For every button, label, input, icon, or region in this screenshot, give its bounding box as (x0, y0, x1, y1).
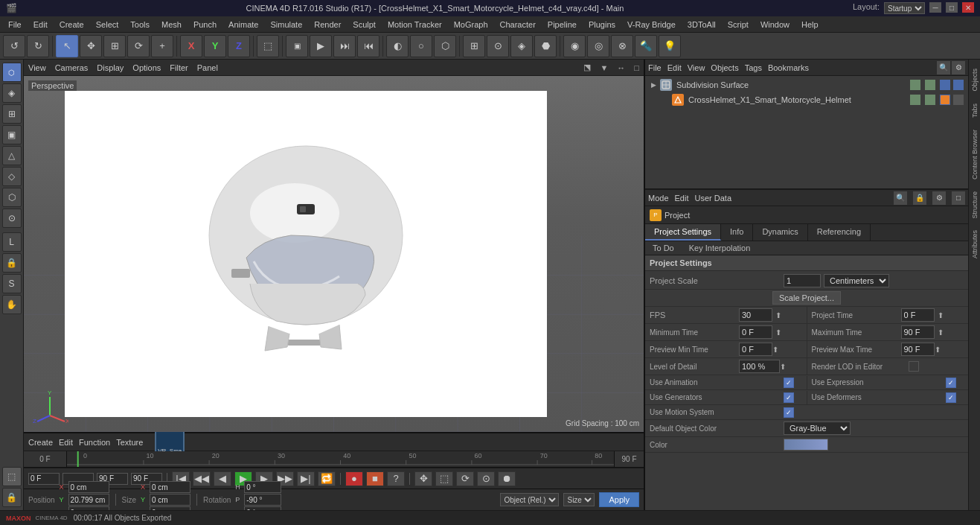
use-expr-checkbox[interactable]: ✓ (946, 378, 956, 388)
size-y-input[interactable] (150, 494, 190, 506)
left-tool-9[interactable]: L (2, 232, 22, 252)
viewport-menu-view[interactable]: View (28, 63, 46, 72)
scale-tool-button[interactable]: ⊞ (103, 35, 126, 57)
default-color-dropdown[interactable]: Gray-Blue Gray Custom (784, 421, 851, 435)
preview-max-stepper[interactable]: ⬆ (935, 346, 947, 354)
sky-button[interactable]: ⬣ (534, 35, 557, 57)
menu-3dtoall[interactable]: 3DToAll (682, 19, 721, 31)
pos-x-input[interactable] (68, 481, 109, 493)
left-tool-12[interactable]: ✋ (2, 295, 22, 314)
menu-animate[interactable]: Animate (223, 19, 263, 31)
size-x-input[interactable] (150, 481, 190, 493)
menu-character[interactable]: Character (495, 19, 541, 31)
rot-p-input[interactable] (244, 494, 281, 506)
sidebar-tab-tabs[interactable]: Tabs (970, 98, 980, 124)
om-menu-file[interactable]: File (648, 63, 662, 72)
object-mode-dropdown[interactable]: Object (Rel.) (500, 493, 559, 506)
viewport-icon-1[interactable]: ⬔ (583, 63, 591, 72)
menu-window[interactable]: Window (755, 19, 795, 31)
minimize-button[interactable]: ─ (929, 2, 941, 13)
motion-button[interactable]: ✥ (414, 471, 432, 486)
key-snap-btn[interactable]: ⏺ (498, 471, 516, 486)
viewport-icon-2[interactable]: ▼ (600, 63, 608, 72)
sidebar-tab-structure[interactable]: Structure (970, 185, 980, 225)
viewport-menu-display[interactable]: Display (97, 63, 124, 72)
undo-button[interactable]: ↺ (3, 35, 25, 57)
subtab-key-interpolation[interactable]: Key Interpolation (682, 241, 758, 255)
left-tool-1[interactable]: ⬡ (2, 63, 22, 82)
light2-button[interactable]: ◎ (587, 35, 609, 57)
timeline-ruler[interactable]: 0 10 20 30 40 50 (67, 451, 614, 467)
om-check-3[interactable] (940, 95, 950, 105)
menu-simulate[interactable]: Simulate (265, 19, 307, 31)
om-menu-bookmarks[interactable]: Bookmarks (768, 63, 809, 72)
point-snap-btn[interactable]: ⊙ (477, 471, 495, 486)
maximize-button[interactable]: □ (946, 2, 958, 13)
left-tool-10[interactable]: 🔒 (2, 253, 22, 273)
om-vis-1[interactable] (910, 80, 920, 90)
loop-button[interactable]: 🔁 (318, 471, 336, 486)
om-toggle-1[interactable]: ▶ (650, 81, 657, 89)
menu-script[interactable]: Script (723, 19, 754, 31)
fps-stepper[interactable]: ⬆ (772, 311, 784, 319)
project-scale-input[interactable] (784, 274, 821, 287)
viewport-3d[interactable]: Perspective Grid Spacing : 100 cm Y X (24, 76, 644, 432)
viewport-menu-panel[interactable]: Panel (197, 63, 218, 72)
light-button[interactable]: ◉ (563, 35, 586, 57)
lod-input[interactable] (739, 360, 780, 373)
project-scale-unit-dropdown[interactable]: Centimeters Meters Millimeters Inches Fe… (824, 274, 889, 287)
help-button[interactable]: ? (387, 471, 405, 486)
redo-button[interactable]: ↻ (27, 35, 49, 57)
attr-menu-mode[interactable]: Mode (648, 194, 669, 203)
content-texture[interactable]: Texture (116, 438, 143, 447)
prev-key-button[interactable]: ◀◀ (193, 471, 211, 486)
menu-tools[interactable]: Tools (125, 19, 155, 31)
project-time-stepper[interactable]: ⬆ (935, 311, 947, 319)
select-tool-button[interactable]: ↖ (56, 35, 78, 57)
menu-select[interactable]: Select (91, 19, 124, 31)
attr-menu-edit[interactable]: Edit (675, 194, 689, 203)
tab-referencing[interactable]: Referencing (808, 224, 871, 241)
table-row[interactable]: ▶ Subdivision Surface (647, 77, 967, 92)
render-lod-checkbox[interactable] (909, 361, 919, 372)
om-check-4[interactable] (953, 95, 964, 105)
left-tool-7[interactable]: ⬡ (2, 188, 22, 207)
lod-stepper[interactable]: ⬆ (780, 363, 792, 371)
content-function[interactable]: Function (79, 438, 110, 447)
om-vis-3[interactable] (910, 95, 920, 105)
viewport-menu-cameras[interactable]: Cameras (55, 63, 89, 72)
om-menu-edit[interactable]: Edit (667, 63, 682, 72)
use-def-checkbox[interactable]: ✓ (946, 392, 956, 403)
quick-render-button[interactable]: ⬡ (434, 35, 456, 57)
content-edit[interactable]: Edit (59, 438, 73, 447)
move-tool-button[interactable]: ✥ (80, 35, 102, 57)
apply-button[interactable]: Apply (599, 492, 639, 507)
preview-min-stepper[interactable]: ⬆ (772, 346, 784, 354)
menu-mesh[interactable]: Mesh (156, 19, 187, 31)
floor-button[interactable]: ◈ (510, 35, 533, 57)
record-auto-button[interactable]: ● (345, 471, 363, 486)
left-tool-11[interactable]: S (2, 274, 22, 293)
color-swatch[interactable] (784, 439, 828, 451)
attr-lock-btn[interactable]: 🔒 (913, 191, 926, 205)
bulb-button[interactable]: 💡 (659, 35, 681, 57)
min-time-input[interactable] (739, 325, 772, 339)
menu-punch[interactable]: Punch (188, 19, 222, 31)
menu-motion-tracker[interactable]: Motion Tracker (382, 19, 447, 31)
menu-help[interactable]: Help (796, 19, 824, 31)
layout-dropdown[interactable]: Startup (884, 2, 925, 14)
menu-file[interactable]: File (3, 19, 27, 31)
menu-vray-bridge[interactable]: V-Ray Bridge (622, 19, 681, 31)
transform-tool-button[interactable]: + (151, 35, 173, 57)
project-time-input[interactable] (901, 308, 935, 322)
om-menu-view[interactable]: View (688, 63, 705, 72)
menu-mograph[interactable]: MoGraph (449, 19, 493, 31)
use-motion-checkbox[interactable]: ✓ (784, 407, 794, 418)
stop-button[interactable]: ■ (366, 471, 384, 486)
om-check-2[interactable] (953, 80, 964, 90)
left-tool-3[interactable]: ⊞ (2, 104, 22, 124)
preview-min-input[interactable] (739, 343, 772, 356)
pos-y-input[interactable] (68, 494, 109, 506)
left-tool-14[interactable]: 🔒 (2, 488, 22, 507)
tab-dynamics[interactable]: Dynamics (753, 224, 807, 241)
